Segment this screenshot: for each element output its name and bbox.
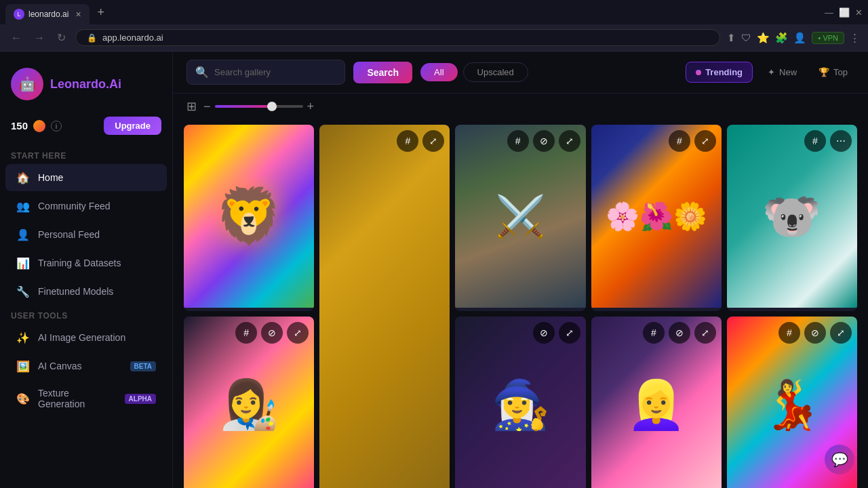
- browser-minimize[interactable]: —: [825, 7, 833, 18]
- training-icon: 📊: [16, 256, 30, 270]
- vpn-badge: • VPN: [812, 32, 844, 44]
- share-icon[interactable]: ⬆: [727, 32, 736, 44]
- ai-canvas-icon: 🖼️: [16, 359, 30, 373]
- sidebar-item-texture[interactable]: 🎨 Texture Generation ALPHA: [5, 381, 167, 416]
- koala-edit-btn[interactable]: ⋯: [830, 130, 852, 152]
- gallery-item-dark-woman[interactable]: ⊘ ⤢: [455, 317, 585, 488]
- pink-hair-image: # ⊘ ⤢: [591, 317, 722, 488]
- flowers-remix-btn[interactable]: #: [669, 130, 690, 152]
- token-count: 150: [11, 120, 28, 131]
- hieroglyph-overlay: # ⤢: [397, 130, 444, 152]
- pink-hair-expand-btn[interactable]: ⤢: [694, 322, 716, 344]
- anime-girl-edit-btn[interactable]: ⊘: [261, 322, 283, 344]
- extensions-icon[interactable]: 🧩: [775, 32, 788, 44]
- anime-girl-remix-btn[interactable]: #: [235, 322, 257, 344]
- profile-icon[interactable]: 👤: [793, 32, 806, 44]
- browser-actions: ⬆ 🛡 ⭐ 🧩 👤 • VPN ⋮: [727, 32, 860, 44]
- gallery-item-koala[interactable]: # ⋯: [727, 125, 857, 311]
- gallery-item-anime-girl[interactable]: # ⊘ ⤢: [184, 317, 314, 488]
- colorful-girl-overlay: # ⊘ ⤢: [778, 322, 852, 344]
- flowers-overlay: # ⤢: [669, 130, 716, 152]
- top-button[interactable]: 🏆 Top: [812, 62, 854, 82]
- sidebar-item-home[interactable]: 🏠 Home: [5, 164, 167, 191]
- tab-title: leonardo.ai: [28, 9, 68, 19]
- browser-chrome: L leonardo.ai × + — ⬜ ✕ ← → ↻ 🔒 app.leon…: [0, 0, 868, 52]
- flowers-expand-btn[interactable]: ⤢: [694, 130, 716, 152]
- top-bar: 🔍 Search gallery Search All Upscaled Tre…: [173, 52, 868, 94]
- zoom-thumb[interactable]: [267, 102, 277, 111]
- search-container[interactable]: 🔍 Search gallery: [186, 60, 345, 85]
- colorful-girl-remix-btn[interactable]: #: [778, 322, 800, 344]
- sidebar-item-finetuned[interactable]: 🔧 Finetuned Models: [5, 278, 167, 305]
- tab-close-btn[interactable]: ×: [75, 9, 81, 20]
- warrior-expand-btn[interactable]: ⤢: [559, 130, 580, 152]
- home-icon: 🏠: [16, 171, 30, 184]
- sidebar-item-community-feed[interactable]: 👥 Community Feed: [5, 192, 167, 220]
- grid-view-btn[interactable]: ⊞: [186, 99, 197, 114]
- hieroglyph-remix-btn[interactable]: #: [397, 130, 418, 152]
- filter-all-tab[interactable]: All: [420, 63, 457, 81]
- dark-woman-image: ⊘ ⤢: [455, 317, 585, 488]
- back-btn[interactable]: ←: [8, 29, 24, 47]
- hieroglyph-image: # ⤢: [319, 125, 450, 488]
- trending-dot-icon: [696, 70, 701, 75]
- browser-close[interactable]: ✕: [855, 7, 863, 18]
- gallery-item-pink-hair[interactable]: # ⊘ ⤢: [591, 317, 722, 488]
- sidebar-label-personal-feed: Personal Feed: [38, 229, 100, 240]
- colorful-girl-edit-btn[interactable]: ⊘: [804, 322, 826, 344]
- koala-remix-btn[interactable]: #: [804, 130, 826, 152]
- sidebar-label-ai-image: AI Image Generation: [38, 332, 125, 343]
- star-icon[interactable]: ⭐: [757, 32, 770, 44]
- sidebar-item-ai-image[interactable]: ✨ AI Image Generation: [5, 324, 167, 351]
- url-text: app.leonardo.ai: [102, 33, 163, 43]
- forward-btn[interactable]: →: [31, 29, 47, 47]
- hieroglyph-expand-btn[interactable]: ⤢: [422, 130, 444, 152]
- zoom-plus-btn[interactable]: +: [307, 100, 315, 114]
- sidebar-item-training[interactable]: 📊 Training & Datasets: [5, 249, 167, 277]
- zoom-track[interactable]: [215, 105, 303, 108]
- warrior-image: # ⊘ ⤢: [455, 125, 585, 308]
- new-tab-btn[interactable]: +: [92, 3, 111, 22]
- menu-icon[interactable]: ⋮: [850, 32, 860, 44]
- new-button[interactable]: ✦ New: [761, 62, 804, 82]
- pink-hair-remix-btn[interactable]: #: [643, 322, 665, 344]
- colorful-girl-expand-btn[interactable]: ⤢: [830, 322, 852, 344]
- sidebar-item-ai-canvas[interactable]: 🖼️ AI Canvas BETA: [5, 352, 167, 380]
- gallery-item-lion[interactable]: [184, 125, 314, 311]
- ai-image-icon: ✨: [16, 331, 30, 344]
- community-feed-icon: 👥: [16, 199, 30, 213]
- dark-woman-expand-btn[interactable]: ⤢: [559, 322, 580, 344]
- chat-bubble[interactable]: 💬: [825, 445, 854, 474]
- gallery-item-flowers[interactable]: # ⤢: [591, 125, 722, 311]
- sidebar-label-finetuned: Finetuned Models: [38, 286, 113, 297]
- filter-upscaled-tab[interactable]: Upscaled: [463, 62, 528, 82]
- trending-button[interactable]: Trending: [686, 62, 753, 83]
- dark-woman-edit-btn[interactable]: ⊘: [533, 322, 555, 344]
- feed-controls: Trending ✦ New 🏆 Top: [686, 62, 854, 83]
- gallery-item-hieroglyph[interactable]: # ⤢: [319, 125, 450, 488]
- anime-girl-expand-btn[interactable]: ⤢: [287, 322, 309, 344]
- finetuned-icon: 🔧: [16, 285, 30, 298]
- main-content: 🔍 Search gallery Search All Upscaled Tre…: [173, 52, 868, 488]
- tab-bar: L leonardo.ai × + — ⬜ ✕: [0, 0, 868, 24]
- gallery-item-warrior[interactable]: # ⊘ ⤢: [455, 125, 585, 311]
- search-input[interactable]: Search gallery: [214, 67, 336, 77]
- url-bar[interactable]: 🔒 app.leonardo.ai: [75, 29, 720, 46]
- refresh-btn[interactable]: ↻: [54, 28, 68, 47]
- personal-feed-icon: 👤: [16, 228, 30, 241]
- token-info-btn[interactable]: i: [51, 121, 62, 131]
- warrior-edit-btn[interactable]: ⊘: [533, 130, 555, 152]
- upgrade-button[interactable]: Upgrade: [104, 117, 161, 135]
- sidebar-item-personal-feed[interactable]: 👤 Personal Feed: [5, 221, 167, 248]
- browser-maximize[interactable]: ⬜: [839, 7, 850, 18]
- pink-hair-edit-btn[interactable]: ⊘: [669, 322, 690, 344]
- warrior-remix-btn[interactable]: #: [507, 130, 529, 152]
- active-tab[interactable]: L leonardo.ai ×: [5, 4, 90, 24]
- zoom-minus-btn[interactable]: −: [203, 100, 211, 114]
- section-tools-label: User Tools: [0, 306, 172, 323]
- logo-area: 🤖 Leonardo.Ai: [0, 62, 172, 111]
- avatar: 🤖: [11, 68, 43, 100]
- search-button[interactable]: Search: [353, 62, 412, 83]
- sidebar-label-community-feed: Community Feed: [38, 201, 111, 211]
- shield-icon[interactable]: 🛡: [741, 32, 751, 43]
